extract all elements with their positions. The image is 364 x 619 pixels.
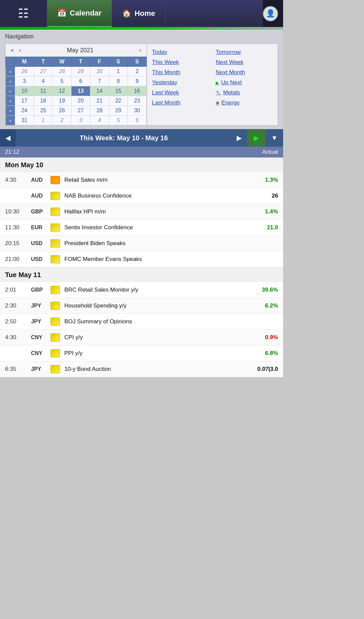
calendar-day[interactable]: 30	[128, 106, 147, 116]
calendar-day[interactable]: 13	[71, 86, 90, 96]
event-name: Retail Sales m/m	[64, 177, 250, 183]
link-today[interactable]: Today	[152, 49, 209, 56]
calendar-day[interactable]: 3	[15, 77, 34, 86]
link-this-week[interactable]: This Week	[152, 59, 209, 66]
event-row[interactable]: 4:30AUDRetail Sales m/m1.3%	[0, 172, 283, 188]
calendar-day[interactable]: 18	[34, 96, 53, 106]
tab-calendar[interactable]: 📅 Calendar	[47, 0, 112, 27]
calendar-day[interactable]: 30	[90, 67, 109, 77]
calendar-day[interactable]: 26	[53, 106, 71, 116]
event-time: 21:00	[5, 256, 27, 263]
week-filter-button[interactable]: ▼	[266, 129, 283, 147]
link-last-week[interactable]: Last Week	[152, 89, 209, 96]
event-name: Halifax HPI m/m	[64, 208, 250, 215]
calendar-day[interactable]: 5	[53, 77, 71, 86]
quick-links: Today Tomorrow This Week Next Week This …	[147, 44, 278, 125]
link-this-month[interactable]: This Month	[152, 69, 209, 76]
event-row[interactable]: 20:15USDPresident Biden Speaks	[0, 236, 283, 252]
event-row[interactable]: 2:50JPYBOJ Summary of Opinions	[0, 314, 283, 330]
calendar-day[interactable]: 23	[128, 96, 147, 106]
calendar-day[interactable]: 6	[71, 77, 90, 86]
event-importance-icon	[50, 301, 60, 310]
calendar-day[interactable]: 15	[109, 86, 128, 96]
calendar-day[interactable]: 28	[90, 106, 109, 116]
calendar-day[interactable]: 1	[109, 67, 128, 77]
logo-icon: ☷	[18, 6, 29, 21]
day-header: Mon May 10	[0, 157, 283, 172]
event-currency: JPY	[31, 366, 46, 372]
week-next-button[interactable]: ▶	[231, 129, 247, 147]
cal-prev-month-button[interactable]: ‹	[17, 47, 23, 54]
calendar-day[interactable]: 19	[53, 96, 71, 106]
week-number[interactable]: »	[6, 67, 15, 77]
event-row[interactable]: 6:35JPY10-y Bond Auction0.07|3.0	[0, 361, 283, 377]
cal-month-year: May 2021	[67, 47, 93, 54]
link-metals[interactable]: 🔧 Metals	[216, 89, 273, 96]
week-number[interactable]: »	[6, 77, 15, 86]
event-row[interactable]: 21:00USDFOMC Member Evans Speaks	[0, 252, 283, 267]
calendar-day[interactable]: 4	[34, 77, 53, 86]
avatar[interactable]: 👤	[263, 6, 278, 21]
calendar-day[interactable]: 25	[34, 106, 53, 116]
week-number[interactable]: »	[6, 96, 15, 106]
calendar-day[interactable]: 14	[90, 86, 109, 96]
calendar-day[interactable]: 9	[128, 77, 147, 86]
link-last-month[interactable]: Last Month	[152, 99, 209, 106]
calendar-day[interactable]: 31	[15, 116, 34, 125]
calendar-day[interactable]: 6	[128, 116, 147, 125]
link-yesterday[interactable]: Yesterday	[152, 79, 209, 86]
calendar-day[interactable]: 28	[53, 67, 71, 77]
app-logo: ☷	[0, 0, 47, 27]
week-number[interactable]: »	[6, 116, 15, 125]
calendar-day[interactable]: 27	[34, 67, 53, 77]
calendar-day[interactable]: 7	[90, 77, 109, 86]
calendar-day[interactable]: 8	[109, 77, 128, 86]
link-energy[interactable]: ✖ Energy	[216, 99, 273, 106]
calendar-day[interactable]: 1	[34, 116, 53, 125]
link-next-month[interactable]: Next Month	[216, 69, 273, 76]
calendar-day[interactable]: 17	[15, 96, 34, 106]
event-row[interactable]: 10:30GBPHalifax HPI m/m1.4%	[0, 204, 283, 220]
event-actual: 0.9%	[254, 334, 278, 341]
day-header-fri: F	[90, 57, 109, 67]
event-actual: 39.6%	[254, 287, 278, 293]
calendar-day[interactable]: 5	[109, 116, 128, 125]
link-tomorrow[interactable]: Tomorrow	[216, 49, 273, 56]
week-play-button[interactable]: ▶	[247, 129, 266, 147]
event-row[interactable]: 4:30CNYCPI y/y0.9%	[0, 330, 283, 346]
cal-next-month-button[interactable]: ›	[138, 47, 143, 54]
link-up-next[interactable]: ▶ Up Next	[216, 79, 273, 86]
week-number[interactable]: »	[6, 106, 15, 116]
calendar-day[interactable]: 3	[71, 116, 90, 125]
calendar-day[interactable]: 4	[90, 116, 109, 125]
week-bar: ◀ This Week: May 10 - May 16 ▶ ▶ ▼	[0, 129, 283, 147]
calendar-day[interactable]: 20	[71, 96, 90, 106]
event-row[interactable]: 11:30EURSentix Investor Confidence21.0	[0, 220, 283, 236]
calendar-day[interactable]: 29	[109, 106, 128, 116]
calendar-day[interactable]: 29	[71, 67, 90, 77]
calendar-day[interactable]: 24	[15, 106, 34, 116]
calendar-day[interactable]: 2	[53, 116, 71, 125]
tab-home[interactable]: 🏠 Home	[112, 0, 165, 27]
calendar-day[interactable]: 11	[34, 86, 53, 96]
cal-prev-year-button[interactable]: «	[9, 47, 16, 54]
week-number[interactable]: »	[6, 86, 15, 96]
event-row[interactable]: 2:01GBPBRC Retail Sales Monitor y/y39.6%	[0, 282, 283, 298]
event-row[interactable]: AUDNAB Business Confidence26	[0, 188, 283, 204]
link-next-week[interactable]: Next Week	[216, 59, 273, 66]
calendar-day[interactable]: 12	[53, 86, 71, 96]
calendar-day[interactable]: 16	[128, 86, 147, 96]
calendar-grid: M T W T F S S »262728293012»3456789»1011…	[5, 57, 147, 125]
event-importance-icon	[50, 365, 60, 374]
event-row[interactable]: 2:30JPYHousehold Spending y/y6.2%	[0, 298, 283, 314]
calendar-day[interactable]: 27	[71, 106, 90, 116]
calendar-day[interactable]: 21	[90, 96, 109, 106]
calendar-day[interactable]: 2	[128, 67, 147, 77]
calendar-day[interactable]: 10	[15, 86, 34, 96]
day-header-sun: S	[128, 57, 147, 67]
event-row[interactable]: CNYPPI y/y6.8%	[0, 346, 283, 361]
calendar-day[interactable]: 26	[15, 67, 34, 77]
event-actual: 1.3%	[254, 177, 278, 183]
calendar-day[interactable]: 22	[109, 96, 128, 106]
week-prev-button[interactable]: ◀	[0, 129, 16, 147]
